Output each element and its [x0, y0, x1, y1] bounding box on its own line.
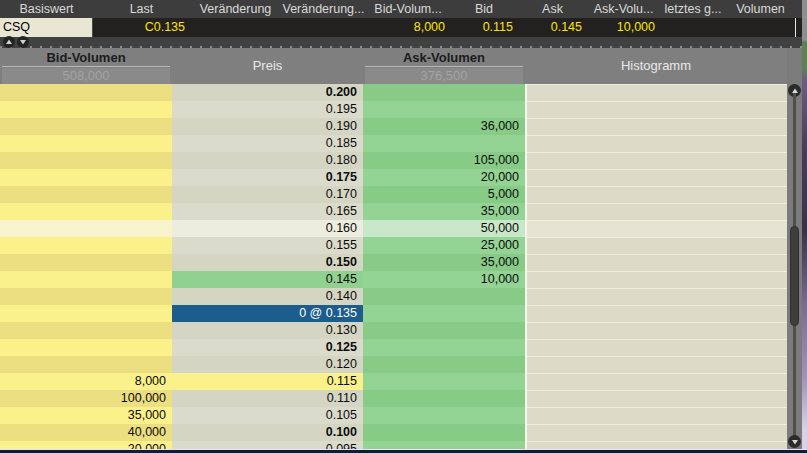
- price-cell[interactable]: 0.150: [172, 254, 363, 271]
- ask-volume-cell[interactable]: [363, 424, 525, 441]
- bid-volume-cell[interactable]: 100,000: [0, 390, 172, 407]
- ask-volume-cell[interactable]: 105,000: [363, 152, 525, 169]
- price-cell[interactable]: 0.165: [172, 203, 363, 220]
- histogram-cell[interactable]: [527, 254, 787, 271]
- quote-column-header[interactable]: Veränderung: [190, 0, 281, 18]
- bid-volume-cell[interactable]: [0, 322, 172, 339]
- bid-volume-column-header[interactable]: Bid-Volumen 508,000: [0, 48, 172, 84]
- ask-volume-cell[interactable]: 5,000: [363, 186, 525, 203]
- price-cell[interactable]: 0.200: [172, 84, 363, 101]
- price-cell[interactable]: 0.160: [172, 220, 363, 237]
- price-cell[interactable]: 0.175: [172, 169, 363, 186]
- quote-column-header[interactable]: Volumen: [726, 0, 795, 18]
- price-cell[interactable]: 0.190: [172, 118, 363, 135]
- ask-volume-cell[interactable]: [363, 322, 525, 339]
- bid-volume-cell[interactable]: [0, 118, 172, 135]
- quote-column-header[interactable]: Ask: [518, 0, 587, 18]
- quote-value-cell[interactable]: 8,000: [366, 18, 450, 37]
- quote-column-header[interactable]: Bid-Volum...: [366, 0, 450, 18]
- price-cell[interactable]: 0.145: [172, 271, 363, 288]
- bid-volume-cell[interactable]: [0, 186, 172, 203]
- histogram-cell[interactable]: [527, 101, 787, 118]
- histogram-cell[interactable]: [527, 237, 787, 254]
- bid-volume-cell[interactable]: [0, 356, 172, 373]
- ask-volume-cell[interactable]: 35,000: [363, 203, 525, 220]
- price-cell[interactable]: 0.195: [172, 101, 363, 118]
- histogram-column-header[interactable]: Histogramm: [525, 48, 787, 84]
- scroll-down-button[interactable]: [788, 435, 801, 448]
- quote-column-header[interactable]: letztes g...: [660, 0, 726, 18]
- histogram-cell[interactable]: [527, 203, 787, 220]
- histogram-cell[interactable]: [527, 322, 787, 339]
- quote-value-cell[interactable]: [190, 18, 281, 37]
- scrollbar-thumb[interactable]: [790, 226, 799, 326]
- symbol-cell[interactable]: CSQ: [0, 18, 93, 37]
- histogram-cell[interactable]: [527, 373, 787, 390]
- histogram-cell[interactable]: [527, 424, 787, 441]
- ask-volume-cell[interactable]: [363, 373, 525, 390]
- bid-volume-cell[interactable]: [0, 254, 172, 271]
- bid-volume-cell[interactable]: [0, 84, 172, 101]
- ask-volume-cell[interactable]: 25,000: [363, 237, 525, 254]
- ladder-scrollbar[interactable]: [787, 48, 802, 453]
- splitter-collapse-up-button[interactable]: [3, 36, 15, 48]
- bid-volume-cell[interactable]: [0, 271, 172, 288]
- histogram-cell[interactable]: [527, 356, 787, 373]
- bid-volume-cell[interactable]: [0, 288, 172, 305]
- histogram-cell[interactable]: [527, 305, 787, 322]
- quote-table-row[interactable]: CSQC0.1358,0000.1150.14510,000: [0, 18, 802, 37]
- bid-volume-cell[interactable]: [0, 220, 172, 237]
- histogram-cell[interactable]: [527, 152, 787, 169]
- quote-column-header[interactable]: Ask-Volu...: [587, 0, 660, 18]
- price-cell[interactable]: 0.100: [172, 424, 363, 441]
- ask-volume-cell[interactable]: [363, 407, 525, 424]
- quote-column-header[interactable]: Last: [93, 0, 190, 18]
- histogram-cell[interactable]: [527, 407, 787, 424]
- quote-column-header[interactable]: Basiswert: [0, 0, 93, 18]
- histogram-cell[interactable]: [527, 84, 787, 101]
- ask-volume-cell[interactable]: [363, 339, 525, 356]
- ask-volume-cell[interactable]: [363, 84, 525, 101]
- histogram-cell[interactable]: [527, 339, 787, 356]
- price-cell[interactable]: 0.155: [172, 237, 363, 254]
- ask-volume-cell[interactable]: [363, 101, 525, 118]
- ask-volume-cell[interactable]: [363, 356, 525, 373]
- bid-volume-cell[interactable]: [0, 135, 172, 152]
- price-cell[interactable]: 0.170: [172, 186, 363, 203]
- price-cell[interactable]: 0.110: [172, 390, 363, 407]
- histogram-cell[interactable]: [527, 220, 787, 237]
- price-cell[interactable]: 0.185: [172, 135, 363, 152]
- bid-volume-cell[interactable]: [0, 101, 172, 118]
- bid-volume-cell[interactable]: [0, 152, 172, 169]
- ask-volume-cell[interactable]: [363, 288, 525, 305]
- quote-value-cell[interactable]: [281, 18, 366, 37]
- ask-volume-cell[interactable]: [363, 390, 525, 407]
- quote-column-header[interactable]: Veränderung...: [281, 0, 366, 18]
- histogram-cell[interactable]: [527, 169, 787, 186]
- histogram-cell[interactable]: [527, 186, 787, 203]
- quote-value-cell[interactable]: [660, 18, 726, 37]
- histogram-cell[interactable]: [527, 271, 787, 288]
- ask-volume-cell[interactable]: 36,000: [363, 118, 525, 135]
- ask-volume-cell[interactable]: 20,000: [363, 169, 525, 186]
- price-cell[interactable]: 0.125: [172, 339, 363, 356]
- quote-value-cell[interactable]: 0.115: [450, 18, 518, 37]
- price-cell[interactable]: 0.130: [172, 322, 363, 339]
- quote-value-cell[interactable]: [726, 18, 795, 37]
- price-cell[interactable]: 0.115: [172, 373, 363, 390]
- splitter-collapse-down-button[interactable]: [17, 36, 29, 48]
- price-cell[interactable]: 0.120: [172, 356, 363, 373]
- bid-volume-cell[interactable]: [0, 203, 172, 220]
- bid-volume-cell[interactable]: [0, 169, 172, 186]
- panel-splitter[interactable]: [0, 37, 802, 48]
- ask-volume-cell[interactable]: 50,000: [363, 220, 525, 237]
- price-cell[interactable]: 0.105: [172, 407, 363, 424]
- bid-volume-cell[interactable]: [0, 339, 172, 356]
- inside-market-cell[interactable]: 0 @ 0.135: [172, 305, 363, 322]
- quote-value-cell[interactable]: 0.145: [518, 18, 587, 37]
- bid-volume-cell[interactable]: 35,000: [0, 407, 172, 424]
- quote-value-cell[interactable]: 10,000: [587, 18, 660, 37]
- bid-volume-cell[interactable]: 8,000: [0, 373, 172, 390]
- ask-volume-cell[interactable]: 10,000: [363, 271, 525, 288]
- ask-volume-column-header[interactable]: Ask-Volumen 376,500: [363, 48, 525, 84]
